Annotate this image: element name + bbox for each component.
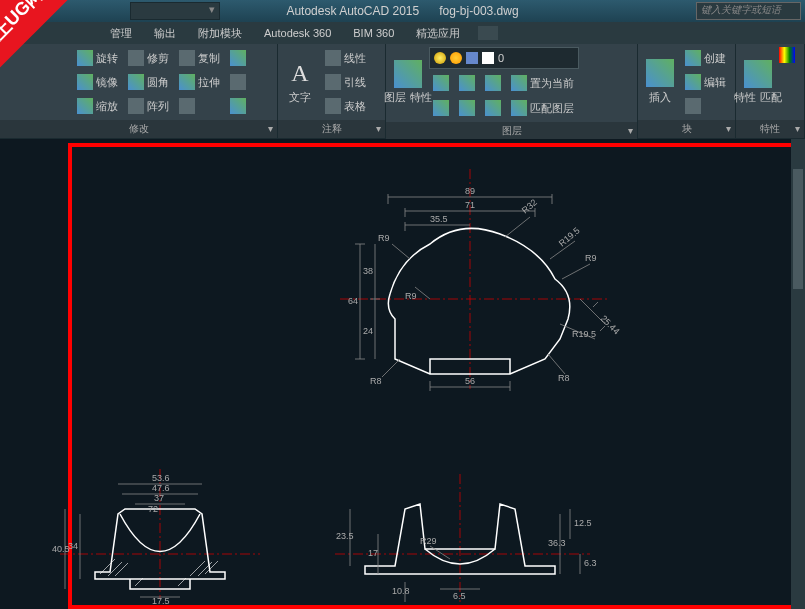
fillet-button[interactable]: 复制 bbox=[175, 47, 224, 69]
lock-icon bbox=[466, 52, 478, 64]
table-button[interactable]: 表格 bbox=[321, 95, 370, 117]
svg-text:R9: R9 bbox=[585, 253, 597, 263]
table-icon bbox=[325, 98, 341, 114]
layer-tool-4[interactable] bbox=[429, 97, 453, 119]
mod-icon-3[interactable] bbox=[226, 95, 250, 117]
svg-text:36.3: 36.3 bbox=[548, 538, 566, 548]
ribbon: 旋转 镜像 缩放 修剪 圆角 阵列 复制 拉伸 修改 bbox=[0, 44, 805, 139]
layer-tool-5[interactable] bbox=[455, 97, 479, 119]
svg-text:56: 56 bbox=[465, 376, 475, 386]
menu-a360[interactable]: Autodesk 360 bbox=[254, 24, 341, 42]
layer-name: 0 bbox=[498, 52, 504, 64]
rotate-icon bbox=[77, 50, 93, 66]
stretch-button[interactable]: 缩放 bbox=[73, 95, 122, 117]
scale-button[interactable]: 阵列 bbox=[124, 95, 173, 117]
drawing-canvas[interactable]: 89 71 35.5 64 24 38 56 R32 R19.5 R9 R19.… bbox=[0, 139, 805, 609]
svg-text:53.6: 53.6 bbox=[152, 473, 170, 483]
svg-text:37: 37 bbox=[154, 493, 164, 503]
mirror-button[interactable]: 圆角 bbox=[124, 71, 173, 93]
vertical-scrollbar[interactable] bbox=[791, 139, 805, 609]
extra-icon bbox=[179, 98, 195, 114]
title-bar: Autodesk AutoCAD 2015 fog-bj-003.dwg 键入关… bbox=[0, 0, 805, 22]
mirror-icon bbox=[128, 74, 144, 90]
annotate-group-label[interactable]: 注释 bbox=[278, 120, 385, 138]
menu-bar: 管理 输出 附加模块 Autodesk 360 BIM 360 精选应用 bbox=[0, 22, 805, 44]
props-group-label[interactable]: 特性 bbox=[736, 120, 804, 138]
svg-text:64: 64 bbox=[348, 296, 358, 306]
svg-text:24: 24 bbox=[363, 326, 373, 336]
svg-text:17.5: 17.5 bbox=[152, 596, 170, 604]
copy-icon bbox=[77, 74, 93, 90]
array-button[interactable]: 拉伸 bbox=[175, 71, 224, 93]
menu-featured[interactable]: 精选应用 bbox=[406, 23, 470, 44]
layer-props-icon bbox=[394, 60, 422, 88]
layer-props-button[interactable]: 图层 特性 bbox=[389, 47, 427, 117]
svg-text:72: 72 bbox=[148, 504, 158, 514]
svg-text:12.5: 12.5 bbox=[574, 518, 592, 528]
layer-tool-6[interactable] bbox=[481, 97, 505, 119]
create-block-button[interactable]: 创建 bbox=[681, 47, 730, 69]
drawing-top-view: 89 71 35.5 64 24 38 56 R32 R19.5 R9 R19.… bbox=[300, 159, 640, 399]
svg-text:R9: R9 bbox=[378, 233, 390, 243]
svg-text:R8: R8 bbox=[370, 376, 382, 386]
svg-text:17: 17 bbox=[368, 548, 378, 558]
app-title: Autodesk AutoCAD 2015 bbox=[286, 4, 419, 18]
ribbon-group-layers: 图层 特性 0 置为当前 bbox=[386, 44, 638, 138]
layer-tool-1[interactable] bbox=[429, 72, 453, 94]
help-search-input[interactable]: 键入关键字或短语 bbox=[696, 2, 801, 20]
svg-text:R9: R9 bbox=[405, 291, 417, 301]
svg-line-22 bbox=[115, 563, 128, 576]
svg-text:40.5: 40.5 bbox=[52, 544, 70, 554]
fillet-icon bbox=[179, 50, 195, 66]
mod-icon-1[interactable] bbox=[226, 47, 250, 69]
text-button[interactable]: A 文字 bbox=[281, 47, 319, 117]
menu-bim360[interactable]: BIM 360 bbox=[343, 24, 404, 42]
svg-text:47.6: 47.6 bbox=[152, 483, 170, 493]
match-props-button[interactable]: 特性 匹配 bbox=[739, 47, 777, 117]
color-picker[interactable] bbox=[779, 47, 795, 63]
edit-block-button[interactable]: 编辑 bbox=[681, 71, 730, 93]
layers-group-label[interactable]: 图层 bbox=[386, 122, 637, 140]
svg-text:6.5: 6.5 bbox=[453, 591, 466, 601]
match-layer-button[interactable]: 匹配图层 bbox=[507, 97, 578, 119]
color-swatch bbox=[482, 52, 494, 64]
workspace-dropdown[interactable] bbox=[130, 2, 220, 20]
trim-button[interactable]: 修剪 bbox=[124, 47, 173, 69]
svg-text:R19.5: R19.5 bbox=[572, 329, 596, 339]
svg-text:6.3: 6.3 bbox=[584, 558, 597, 568]
rotate-button[interactable]: 旋转 bbox=[73, 47, 122, 69]
layer-tool-2[interactable] bbox=[455, 72, 479, 94]
drawing-section-right: 23.5 17 12.5 6.3 36.3 10.8 6.5 R29 bbox=[320, 474, 600, 604]
menu-extra-icon[interactable] bbox=[478, 26, 498, 40]
modify-group-label[interactable]: 修改 bbox=[0, 120, 277, 138]
block-group-label[interactable]: 块 bbox=[638, 120, 735, 138]
svg-text:25.44: 25.44 bbox=[599, 313, 622, 336]
menu-output[interactable]: 输出 bbox=[144, 23, 186, 44]
scrollbar-thumb[interactable] bbox=[793, 169, 803, 289]
svg-text:38: 38 bbox=[363, 266, 373, 276]
svg-text:R8: R8 bbox=[558, 373, 570, 383]
bulb-icon bbox=[434, 52, 446, 64]
svg-text:R32: R32 bbox=[520, 197, 539, 215]
svg-text:89: 89 bbox=[465, 186, 475, 196]
match-props-icon bbox=[744, 60, 772, 88]
leader-button[interactable]: 引线 bbox=[321, 71, 370, 93]
set-current-button[interactable]: 置为当前 bbox=[507, 72, 578, 94]
svg-text:35.5: 35.5 bbox=[430, 214, 448, 224]
linear-dim-button[interactable]: 线性 bbox=[321, 47, 370, 69]
ribbon-group-block: 插入 创建 编辑 块 bbox=[638, 44, 736, 138]
scale-icon bbox=[128, 98, 144, 114]
copy-button[interactable]: 镜像 bbox=[73, 71, 122, 93]
insert-button[interactable]: 插入 bbox=[641, 47, 679, 117]
svg-text:R29: R29 bbox=[420, 536, 437, 546]
linear-icon bbox=[325, 50, 341, 66]
file-name: fog-bj-003.dwg bbox=[439, 4, 518, 18]
menu-addins[interactable]: 附加模块 bbox=[188, 23, 252, 44]
ribbon-group-annotate: A 文字 线性 引线 表格 注释 bbox=[278, 44, 386, 138]
layer-tool-3[interactable] bbox=[481, 72, 505, 94]
mod-icon-2[interactable] bbox=[226, 71, 250, 93]
block-tool-3[interactable] bbox=[681, 95, 730, 117]
extra-button[interactable] bbox=[175, 95, 224, 117]
layer-dropdown[interactable]: 0 bbox=[429, 47, 579, 69]
menu-manage[interactable]: 管理 bbox=[100, 23, 142, 44]
